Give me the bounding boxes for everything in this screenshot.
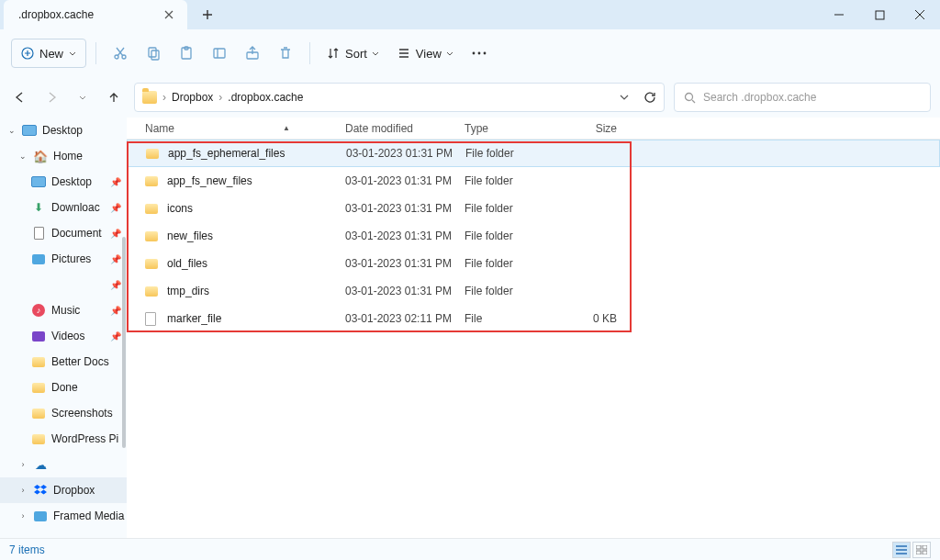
file-date: 03-01-2023 01:31 PM [345, 174, 464, 187]
column-header-size[interactable]: Size [562, 122, 617, 135]
chevron-right-icon[interactable]: › [18, 486, 28, 495]
rename-button[interactable] [205, 39, 234, 68]
column-label: Date modified [345, 122, 413, 135]
new-tab-button[interactable] [193, 0, 222, 29]
media-icon [34, 511, 47, 521]
tree-label: Document [51, 227, 102, 240]
search-box[interactable] [674, 83, 931, 112]
toolbar: New Sort View [0, 29, 940, 77]
file-size: 0 KB [562, 312, 617, 325]
tree-item-music[interactable]: ♪ Music 📌 [0, 297, 127, 323]
chevron-right-icon: › [162, 91, 166, 104]
file-icon [145, 312, 156, 326]
close-button[interactable] [900, 0, 940, 29]
video-icon [32, 331, 45, 342]
minimize-button[interactable] [819, 0, 859, 29]
tree-item-done[interactable]: Done [0, 375, 127, 400]
file-date: 03-01-2023 01:31 PM [345, 285, 464, 297]
refresh-button[interactable] [643, 91, 656, 104]
tree-item-pictures[interactable]: Pictures 📌 [0, 246, 127, 272]
new-button[interactable]: New [11, 39, 86, 68]
column-header-name[interactable]: Name ▲ [145, 122, 345, 135]
search-input[interactable] [703, 91, 921, 104]
breadcrumb-segment[interactable]: Dropbox [172, 91, 213, 104]
svg-point-13 [686, 93, 693, 100]
paste-icon [179, 46, 194, 61]
tree-item-dropbox[interactable]: › Dropbox [0, 477, 127, 503]
address-bar[interactable]: › Dropbox › .dropbox.cache [134, 83, 665, 112]
chevron-right-icon[interactable]: › [18, 511, 28, 521]
pin-icon: 📌 [110, 203, 121, 213]
sort-icon [327, 47, 340, 60]
up-button[interactable] [103, 86, 125, 108]
chevron-right-icon[interactable]: › [18, 460, 28, 469]
back-button[interactable] [9, 86, 31, 108]
tree-item-blank: 📌 [0, 272, 127, 297]
file-row[interactable]: tmp_dirs03-01-2023 01:31 PMFile folder [127, 277, 940, 305]
tree-item-home[interactable]: ⌄ 🏠 Home [0, 143, 127, 169]
chevron-down-icon[interactable]: ⌄ [7, 126, 17, 135]
file-type: File folder [464, 174, 562, 187]
file-name: app_fs_new_files [167, 174, 345, 187]
navigation-row: › Dropbox › .dropbox.cache [0, 77, 940, 118]
maximize-button[interactable] [859, 0, 900, 29]
folder-icon [145, 231, 158, 241]
more-button[interactable] [464, 39, 494, 68]
icons-view-button[interactable] [912, 542, 931, 558]
details-view-button[interactable] [892, 542, 911, 558]
view-button[interactable]: View [390, 39, 461, 68]
tree-item-framed-media[interactable]: › Framed Media [0, 503, 127, 529]
copy-icon [146, 46, 161, 61]
scissors-icon [113, 46, 128, 61]
file-row[interactable]: old_files03-01-2023 01:31 PMFile folder [127, 250, 940, 277]
file-type: File folder [464, 202, 562, 215]
file-row[interactable]: new_files03-01-2023 01:31 PMFile folder [127, 222, 940, 250]
tree-item-better-docs[interactable]: Better Docs [0, 349, 127, 375]
tree-item-wordpress[interactable]: WordPress Pi [0, 426, 127, 452]
tree-item-downloads[interactable]: ⬇ Downloac 📌 [0, 195, 127, 220]
folder-icon [142, 91, 157, 104]
chevron-down-icon[interactable] [620, 95, 629, 100]
svg-rect-17 [923, 551, 927, 554]
content-pane: Name ▲ Date modified Type Size app_fs_ep… [127, 118, 940, 538]
window-tab[interactable]: .dropbox.cache [4, 0, 187, 29]
file-list[interactable]: app_fs_ephemeral_files03-01-2023 01:31 P… [127, 140, 940, 332]
tree-label: Framed Media [53, 510, 124, 522]
sort-ascending-icon: ▲ [283, 124, 290, 132]
delete-button[interactable] [271, 39, 300, 68]
document-icon [34, 227, 44, 240]
tree-item-screenshots[interactable]: Screenshots [0, 400, 127, 426]
sort-label: Sort [345, 47, 367, 61]
paste-button[interactable] [172, 39, 201, 68]
copy-button[interactable] [139, 39, 168, 68]
chevron-down-icon[interactable]: ⌄ [18, 151, 28, 161]
tree-item-onedrive[interactable]: › ☁ [0, 452, 127, 477]
breadcrumb-segment[interactable]: .dropbox.cache [228, 91, 303, 104]
plus-circle-icon [21, 47, 34, 60]
cloud-icon: ☁ [33, 457, 48, 472]
tree-label: Music [51, 304, 80, 317]
close-tab-icon[interactable] [162, 7, 176, 22]
tree-item-documents[interactable]: Document 📌 [0, 220, 127, 246]
file-name: app_fs_ephemeral_files [168, 147, 346, 160]
tree-item-videos[interactable]: Videos 📌 [0, 323, 127, 349]
tree-item-desktop[interactable]: Desktop 📌 [0, 169, 127, 195]
file-row[interactable]: marker_file03-01-2023 02:11 PMFile0 KB [127, 305, 940, 332]
monitor-icon [22, 125, 37, 136]
file-row[interactable]: app_fs_ephemeral_files03-01-2023 01:31 P… [127, 140, 940, 167]
column-header-date[interactable]: Date modified [345, 122, 464, 135]
forward-button[interactable] [40, 86, 62, 108]
tree-item-desktop-root[interactable]: ⌄ Desktop [0, 118, 127, 143]
file-row[interactable]: icons03-01-2023 01:31 PMFile folder [127, 195, 940, 222]
recent-button[interactable] [72, 86, 94, 108]
cut-button[interactable] [106, 39, 135, 68]
chevron-down-icon [69, 51, 76, 56]
file-name: marker_file [167, 312, 345, 325]
sort-button[interactable]: Sort [319, 39, 386, 68]
file-row[interactable]: app_fs_new_files03-01-2023 01:31 PMFile … [127, 167, 940, 195]
column-headers: Name ▲ Date modified Type Size [127, 118, 940, 140]
scrollbar-thumb[interactable] [122, 237, 126, 448]
share-button[interactable] [238, 39, 267, 68]
file-type: File folder [465, 147, 563, 160]
column-header-type[interactable]: Type [464, 122, 562, 135]
